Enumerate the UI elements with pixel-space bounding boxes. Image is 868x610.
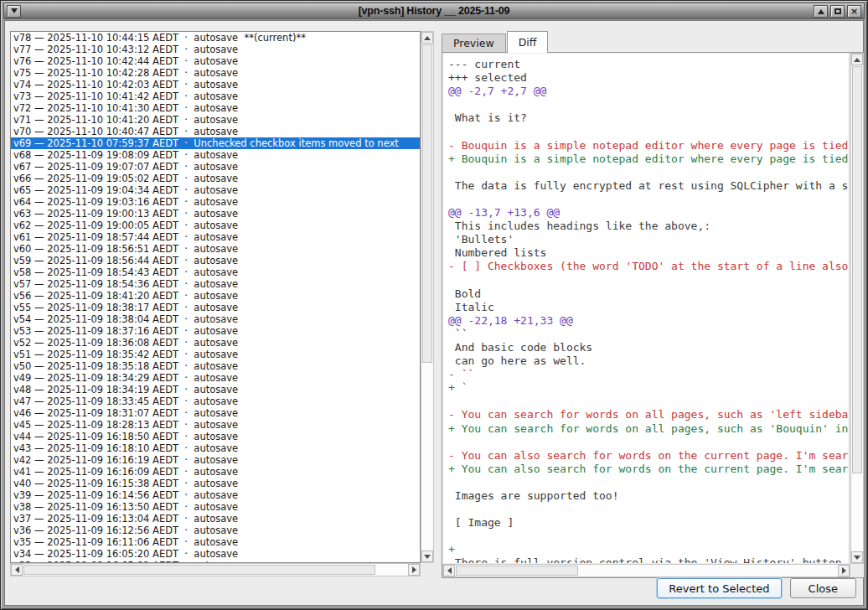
history-row[interactable]: v60 — 2025-11-09 18:56:51 AEDT · autosav… — [11, 243, 420, 255]
close-window-button[interactable]: × — [847, 5, 861, 18]
diff-scroll-down-button[interactable] — [851, 551, 863, 563]
diff-line-ctx — [448, 530, 849, 543]
diff-line-ctx — [448, 395, 849, 408]
diff-line-ctx: What is it? — [448, 111, 849, 125]
history-scroll-down-button[interactable] — [421, 551, 433, 562]
history-row[interactable]: v61 — 2025-11-09 18:57:44 AEDT · autosav… — [11, 231, 420, 243]
history-row[interactable]: v70 — 2025-11-10 10:40:47 AEDT · autosav… — [11, 126, 420, 137]
history-row[interactable]: v58 — 2025-11-09 18:54:43 AEDT · autosav… — [11, 266, 420, 278]
history-hscroll-thumb[interactable] — [23, 565, 375, 575]
history-row[interactable]: v35 — 2025-11-09 16:11:06 AEDT · autosav… — [11, 536, 420, 548]
history-row[interactable]: v57 — 2025-11-09 18:54:36 AEDT · autosav… — [11, 278, 420, 290]
close-button[interactable]: Close — [790, 578, 856, 598]
diff-line-ctx — [448, 98, 849, 111]
diff-scroll-left-button[interactable] — [443, 565, 455, 576]
diff-text[interactable]: --- current+++ selected@@ -2,7 +2,7 @@ W… — [443, 54, 850, 563]
diff-scroll-right-button[interactable] — [838, 565, 850, 576]
history-row[interactable]: v73 — 2025-11-10 10:41:42 AEDT · autosav… — [11, 90, 420, 102]
history-row[interactable]: v63 — 2025-11-09 19:00:13 AEDT · autosav… — [11, 208, 420, 220]
history-hscrollbar[interactable] — [10, 563, 421, 576]
history-row[interactable]: v55 — 2025-11-09 18:38:17 AEDT · autosav… — [11, 302, 420, 313]
shade-button[interactable] — [814, 5, 828, 18]
diff-hscrollbar[interactable] — [442, 564, 850, 577]
diff-line-ctx: Numbered lists — [448, 246, 849, 260]
history-row[interactable]: v75 — 2025-11-10 10:42:28 AEDT · autosav… — [11, 67, 420, 79]
history-row[interactable]: v64 — 2025-11-09 19:03:16 AEDT · autosav… — [11, 196, 420, 208]
history-row[interactable]: v49 — 2025-11-09 18:34:29 AEDT · autosav… — [11, 372, 420, 384]
history-vscrollbar[interactable] — [421, 31, 434, 563]
history-row[interactable]: v66 — 2025-11-09 19:05:02 AEDT · autosav… — [11, 173, 420, 184]
history-row[interactable]: v51 — 2025-11-09 18:35:42 AEDT · autosav… — [11, 349, 420, 360]
history-row[interactable]: v78 — 2025-11-10 10:44:15 AEDT · autosav… — [11, 32, 420, 44]
history-row[interactable]: v77 — 2025-11-10 10:43:12 AEDT · autosav… — [11, 44, 420, 55]
scroll-down-icon — [854, 556, 860, 560]
history-row[interactable]: v50 — 2025-11-09 18:35:18 AEDT · autosav… — [11, 360, 420, 372]
titlebar[interactable]: [vpn-ssh] History __ 2025-11-09 × — [3, 3, 865, 19]
diff-line-ctx — [448, 125, 849, 138]
history-row[interactable]: v43 — 2025-11-09 16:18:10 AEDT · autosav… — [11, 442, 420, 454]
diff-line-ctx: [ Image ] — [448, 516, 849, 530]
history-row[interactable]: v74 — 2025-11-10 10:42:03 AEDT · autosav… — [11, 79, 420, 90]
history-row[interactable]: v54 — 2025-11-09 18:38:04 AEDT · autosav… — [11, 313, 420, 325]
history-row[interactable]: v47 — 2025-11-09 18:33:45 AEDT · autosav… — [11, 395, 420, 407]
scroll-up-icon — [424, 36, 431, 40]
diff-panel: --- current+++ selected@@ -2,7 +2,7 @@ W… — [442, 52, 865, 578]
diff-hscroll-thumb[interactable] — [456, 566, 578, 576]
maximize-button[interactable] — [830, 5, 845, 18]
diff-line-del: - Bouquin is a simple notepad editor whe… — [448, 139, 849, 152]
history-row[interactable]: v68 — 2025-11-09 19:08:09 AEDT · autosav… — [11, 149, 420, 161]
history-row[interactable]: v40 — 2025-11-09 16:15:38 AEDT · autosav… — [11, 478, 420, 489]
window-menu-button[interactable] — [7, 5, 21, 18]
diff-line-meta: +++ selected — [448, 71, 849, 85]
diff-line-add: + — [448, 543, 849, 556]
history-list[interactable]: v78 — 2025-11-10 10:44:15 AEDT · autosav… — [10, 31, 421, 563]
history-scroll-right-button[interactable] — [408, 564, 420, 576]
history-row[interactable]: v37 — 2025-11-09 16:13:04 AEDT · autosav… — [11, 513, 420, 525]
scroll-up-icon — [854, 58, 860, 62]
history-row[interactable]: v69 — 2025-11-10 07:59:37 AEDT · Uncheck… — [11, 137, 420, 149]
history-row[interactable]: v65 — 2025-11-09 19:04:34 AEDT · autosav… — [11, 184, 420, 196]
history-row[interactable]: v52 — 2025-11-09 18:36:08 AEDT · autosav… — [11, 337, 420, 349]
history-row[interactable]: v62 — 2025-11-09 19:00:05 AEDT · autosav… — [11, 220, 420, 231]
history-row[interactable]: v67 — 2025-11-09 19:07:07 AEDT · autosav… — [11, 161, 420, 173]
history-row[interactable]: v36 — 2025-11-09 16:12:56 AEDT · autosav… — [11, 525, 420, 536]
history-row[interactable]: v48 — 2025-11-09 18:34:19 AEDT · autosav… — [11, 384, 420, 395]
diff-line-del: - [ ] Checkboxes (the word 'TODO' at the… — [448, 260, 849, 273]
scroll-left-icon — [15, 566, 19, 573]
history-row[interactable]: v56 — 2025-11-09 18:41:20 AEDT · autosav… — [11, 290, 420, 302]
history-row[interactable]: v46 — 2025-11-09 18:31:07 AEDT · autosav… — [11, 407, 420, 419]
history-row[interactable]: v42 — 2025-11-09 16:16:19 AEDT · autosav… — [11, 454, 420, 466]
diff-line-ctx — [448, 274, 849, 287]
revert-to-selected-button[interactable]: Revert to Selected — [657, 578, 781, 598]
diff-line-ctx: `` — [448, 328, 849, 341]
history-scroll-up-button[interactable] — [421, 32, 433, 44]
history-row[interactable]: v72 — 2025-11-10 10:41:30 AEDT · autosav… — [11, 102, 420, 114]
scroll-right-icon — [412, 566, 416, 573]
diff-line-add: + Bouquin is a simple notepad editor whe… — [448, 152, 849, 166]
history-row[interactable]: v34 — 2025-11-09 16:05:20 AEDT · autosav… — [11, 548, 420, 560]
tab-diff[interactable]: Diff — [507, 31, 549, 53]
diff-line-ctx: This includes headings like the above,: — [448, 220, 849, 233]
diff-vscroll-thumb[interactable] — [852, 66, 862, 473]
history-row[interactable]: v71 — 2025-11-10 10:41:20 AEDT · autosav… — [11, 114, 420, 126]
scroll-left-icon — [447, 567, 452, 574]
diff-vscrollbar[interactable] — [850, 53, 864, 564]
diff-line-ctx: can go here as well. — [448, 354, 849, 368]
diff-scroll-up-button[interactable] — [851, 54, 863, 65]
history-row[interactable]: v44 — 2025-11-09 16:18:50 AEDT · autosav… — [11, 431, 420, 442]
history-row[interactable]: v53 — 2025-11-09 18:37:16 AEDT · autosav… — [11, 325, 420, 337]
diff-line-ctx: There is full version control via the 'V… — [448, 556, 849, 563]
history-vscroll-thumb[interactable] — [422, 44, 432, 363]
history-row[interactable]: v45 — 2025-11-09 18:28:13 AEDT · autosav… — [11, 419, 420, 431]
scroll-down-icon — [424, 555, 431, 559]
diff-line-ctx: 'Bullets' — [448, 233, 849, 246]
tab-preview[interactable]: Preview — [442, 34, 506, 53]
history-row[interactable]: v39 — 2025-11-09 16:14:56 AEDT · autosav… — [11, 489, 420, 501]
history-row[interactable]: v59 — 2025-11-09 18:56:44 AEDT · autosav… — [11, 255, 420, 266]
history-row[interactable]: v38 — 2025-11-09 16:13:50 AEDT · autosav… — [11, 501, 420, 513]
maximize-icon — [834, 8, 841, 14]
history-scroll-left-button[interactable] — [11, 564, 23, 576]
history-row[interactable]: v76 — 2025-11-10 10:42:44 AEDT · autosav… — [11, 55, 420, 67]
history-row[interactable]: v41 — 2025-11-09 16:16:09 AEDT · autosav… — [11, 466, 420, 478]
diff-line-add: + You can also search for words on the c… — [448, 463, 849, 476]
